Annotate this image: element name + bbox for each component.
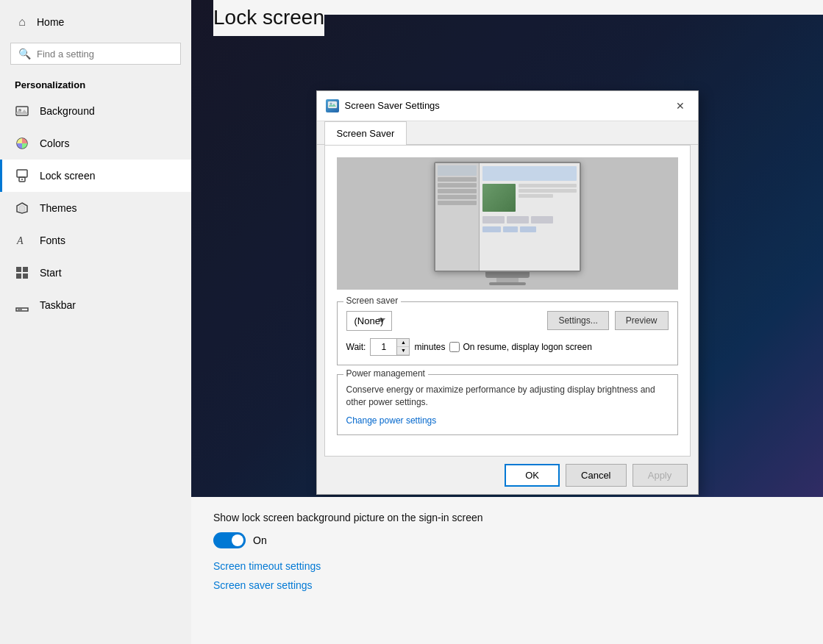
sidebar-item-fonts[interactable]: A Fonts (0, 224, 191, 257)
minutes-label: minutes (414, 342, 445, 352)
colors-label: Colors (40, 137, 69, 149)
svg-rect-7 (16, 267, 21, 272)
wait-spinner: ▲ ▼ (370, 338, 410, 356)
fonts-label: Fonts (40, 235, 65, 246)
svg-text:A: A (16, 235, 24, 246)
dialog-content: Screen saver (None) Settings... Preview (324, 145, 691, 457)
screen-timeout-link[interactable]: Screen timeout settings (213, 560, 801, 572)
home-icon: ⌂ (15, 15, 29, 29)
spinner-down[interactable]: ▼ (397, 347, 409, 355)
spinner-up[interactable]: ▲ (397, 339, 409, 347)
settings-button[interactable]: Settings... (547, 311, 608, 330)
preview-monitor (434, 162, 581, 272)
themes-label: Themes (40, 202, 77, 214)
sidebar: ⌂ Home 🔍 Personalization Background (0, 0, 191, 644)
wait-label: Wait: (346, 342, 366, 352)
svg-rect-3 (17, 170, 27, 177)
power-text: Conserve energy or maximize performance … (346, 384, 669, 409)
toggle-row: On (213, 532, 801, 548)
wait-input[interactable] (371, 339, 397, 355)
svg-rect-8 (23, 267, 28, 272)
change-power-link[interactable]: Change power settings (346, 415, 437, 426)
resume-checkbox[interactable] (449, 342, 460, 352)
dialog-titlebar: Screen Saver Settings ✕ (317, 91, 698, 121)
toggle-description: Show lock screen background picture on t… (213, 512, 801, 523)
start-icon (15, 265, 29, 280)
dialog-footer: OK Cancel Apply (317, 457, 698, 494)
dialog-tabs: Screen Saver (317, 121, 698, 145)
lock-screen-bg-toggle[interactable] (213, 532, 246, 548)
lock-screen-label: Lock screen (40, 170, 95, 182)
start-label: Start (40, 267, 62, 279)
toggle-state: On (253, 534, 267, 546)
fonts-icon: A (15, 233, 29, 248)
screen-saver-group: Screen saver (None) Settings... Preview (337, 301, 678, 365)
power-management-group: Power management Conserve energy or maxi… (337, 374, 678, 436)
sidebar-item-taskbar[interactable]: Taskbar (0, 289, 191, 321)
personalization-heading: Personalization (0, 71, 191, 95)
screen-saver-settings-link[interactable]: Screen saver settings (213, 579, 801, 591)
page-title: Lock screen (213, 0, 324, 36)
monitor-sidebar-pane (435, 163, 480, 271)
dialog-icon (326, 99, 339, 112)
themes-icon (15, 201, 29, 215)
search-input[interactable] (37, 49, 173, 60)
wait-row: Wait: ▲ ▼ minutes On (346, 338, 669, 356)
background-icon (15, 104, 29, 118)
monitor-foot (489, 282, 526, 285)
svg-rect-12 (18, 309, 22, 310)
sidebar-item-lock-screen[interactable]: Lock screen (0, 160, 191, 192)
dialog-close-button[interactable]: ✕ (671, 97, 689, 115)
monitor-base (485, 272, 530, 278)
bottom-content: Show lock screen background picture on t… (191, 497, 823, 644)
svg-point-5 (21, 179, 23, 180)
background-area: Lock screen Screen Saver Setting (191, 0, 823, 644)
apply-button[interactable]: Apply (633, 464, 688, 487)
svg-rect-0 (16, 107, 28, 115)
monitor-stand (496, 278, 519, 282)
spinner-controls: ▲ ▼ (397, 339, 409, 355)
resume-label: On resume, display logon screen (463, 342, 591, 352)
lock-screen-icon (15, 168, 29, 183)
screen-saver-group-label: Screen saver (343, 296, 402, 306)
screen-saver-select[interactable]: (None) (346, 311, 392, 331)
dialog-title: Screen Saver Settings (345, 100, 666, 111)
sidebar-item-colors[interactable]: Colors (0, 127, 191, 160)
sidebar-item-home[interactable]: ⌂ Home (0, 7, 191, 37)
svg-rect-9 (16, 273, 21, 279)
ok-button[interactable]: OK (505, 464, 560, 487)
search-icon: 🔍 (18, 48, 31, 60)
main-area: Lock screen Screen Saver Setting (191, 0, 823, 644)
sidebar-item-themes[interactable]: Themes (0, 192, 191, 224)
home-label: Home (37, 16, 64, 28)
background-label: Background (40, 105, 95, 117)
svg-rect-10 (23, 273, 28, 279)
search-box[interactable]: 🔍 (10, 43, 181, 65)
preview-area (337, 157, 678, 290)
resume-checkbox-label[interactable]: On resume, display logon screen (449, 342, 591, 352)
sidebar-item-start[interactable]: Start (0, 257, 191, 289)
sidebar-item-background[interactable]: Background (0, 95, 191, 127)
colors-icon (15, 136, 29, 151)
screen-saver-row: (None) Settings... Preview (346, 311, 669, 331)
power-group-label: Power management (343, 368, 428, 379)
cancel-button[interactable]: Cancel (566, 464, 626, 487)
taskbar-label: Taskbar (40, 299, 76, 311)
screen-saver-dialog: Screen Saver Settings ✕ Screen Saver (316, 90, 699, 495)
tab-screen-saver[interactable]: Screen Saver (324, 121, 407, 145)
monitor-main-pane (480, 163, 580, 271)
taskbar-icon (15, 298, 29, 312)
preview-button[interactable]: Preview (615, 311, 669, 330)
